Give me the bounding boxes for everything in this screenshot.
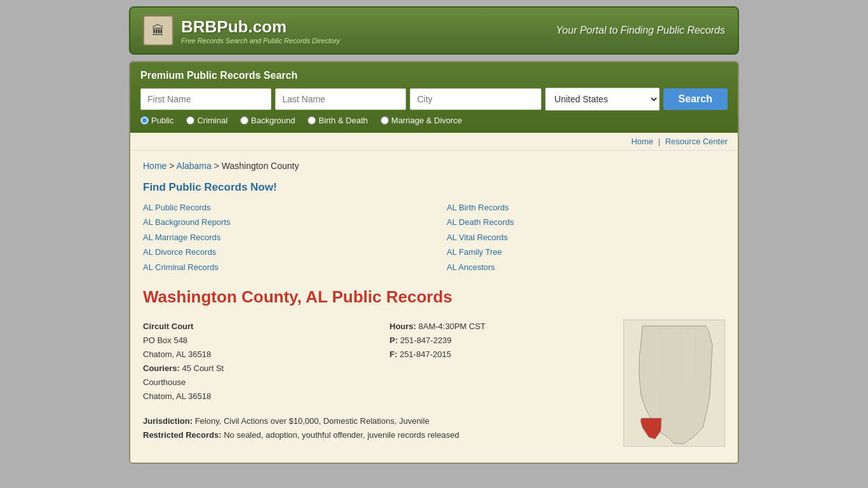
court-jurisdiction-block: Jurisdiction: Felony, Civil Actions over… — [143, 414, 611, 442]
records-heading: Find Public Records Now! — [143, 181, 725, 194]
main-container: Premium Public Records Search United Sta… — [129, 61, 739, 464]
records-col1: AL Public Records AL Background Reports … — [143, 200, 421, 274]
search-radio-row: Public Criminal Background Birth & Death… — [140, 116, 728, 125]
link-al-birth-records[interactable]: AL Birth Records — [447, 200, 725, 215]
nav-home-link[interactable]: Home — [631, 137, 653, 146]
link-al-divorce-records[interactable]: AL Divorce Records — [143, 245, 421, 259]
last-name-input[interactable] — [275, 88, 406, 110]
logo-text: BRBPub.com Free Records Search and Publi… — [181, 17, 340, 44]
top-nav: Home | Resource Center — [130, 133, 738, 151]
county-heading: Washington County, AL Public Records — [143, 287, 725, 307]
court-phone: P: 251-847-2239 — [390, 334, 611, 348]
court-left-col: Circuit Court PO Box 548 Chatom, AL 3651… — [143, 320, 364, 404]
breadcrumb-state[interactable]: Alabama — [177, 161, 212, 171]
logo-icon: 🏛 — [143, 15, 173, 46]
nav-separator: | — [658, 137, 663, 146]
court-hours: Hours: 8AM-4:30PM CST — [390, 320, 611, 334]
court-title: Circuit Court — [143, 320, 364, 334]
site-title: BRBPub.com — [181, 17, 340, 37]
court-details: Circuit Court PO Box 548 Chatom, AL 3651… — [143, 320, 611, 452]
first-name-input[interactable] — [140, 88, 271, 110]
header-tagline: Your Portal to Finding Public Records — [556, 25, 725, 36]
search-section-title: Premium Public Records Search — [140, 70, 728, 81]
content-area: Home > Alabama > Washington County Find … — [130, 151, 738, 463]
link-al-death-records[interactable]: AL Death Records — [447, 215, 725, 229]
site-subtitle: Free Records Search and Public Records D… — [181, 37, 340, 44]
radio-background[interactable]: Background — [240, 116, 295, 125]
court-restricted: Restricted Records: No sealed, adoption,… — [143, 428, 611, 442]
link-al-criminal-records[interactable]: AL Criminal Records — [143, 260, 421, 274]
nav-resource-center-link[interactable]: Resource Center — [665, 137, 728, 146]
breadcrumb: Home > Alabama > Washington County — [143, 161, 725, 171]
court-fax: F: 251-847-2015 — [390, 348, 611, 362]
al-map — [623, 320, 725, 447]
records-col2: AL Birth Records AL Death Records AL Vit… — [447, 200, 725, 274]
search-button[interactable]: Search — [663, 88, 728, 110]
county-section: Washington County, AL Public Records Cir… — [143, 287, 725, 452]
records-section: Find Public Records Now! AL Public Recor… — [143, 181, 725, 274]
court-couriers: Couriers: 45 Court St — [143, 362, 364, 376]
court-jurisdiction: Jurisdiction: Felony, Civil Actions over… — [143, 414, 611, 428]
link-al-ancestors[interactable]: AL Ancestors — [447, 260, 725, 274]
link-al-public-records[interactable]: AL Public Records — [143, 200, 421, 215]
court-couriers-place: Courthouse — [143, 376, 364, 390]
search-row: United States Canada United Kingdom Aust… — [140, 88, 728, 111]
breadcrumb-sep2: > — [214, 161, 222, 171]
court-address2: Chatom, AL 36518 — [143, 348, 364, 362]
court-couriers-city: Chatom, AL 36518 — [143, 390, 364, 403]
breadcrumb-home[interactable]: Home — [143, 161, 166, 171]
breadcrumb-sep1: > — [169, 161, 176, 171]
al-map-container — [623, 320, 725, 452]
site-header: 🏛 BRBPub.com Free Records Search and Pub… — [129, 6, 739, 55]
country-select[interactable]: United States Canada United Kingdom Aust… — [545, 88, 660, 111]
records-grid: AL Public Records AL Background Reports … — [143, 200, 725, 274]
court-block-main: Circuit Court PO Box 548 Chatom, AL 3651… — [143, 320, 611, 404]
radio-marriage-divorce[interactable]: Marriage & Divorce — [381, 116, 462, 125]
search-section: Premium Public Records Search United Sta… — [130, 62, 738, 133]
radio-public[interactable]: Public — [140, 116, 173, 125]
link-al-background-reports[interactable]: AL Background Reports — [143, 215, 421, 229]
court-address1: PO Box 548 — [143, 334, 364, 348]
link-al-marriage-records[interactable]: AL Marriage Records — [143, 230, 421, 245]
logo-area: 🏛 BRBPub.com Free Records Search and Pub… — [143, 15, 340, 46]
radio-birth-death[interactable]: Birth & Death — [308, 116, 367, 125]
court-right-col: Hours: 8AM-4:30PM CST P: 251-847-2239 F:… — [390, 320, 611, 404]
court-info-area: Circuit Court PO Box 548 Chatom, AL 3651… — [143, 320, 725, 452]
radio-criminal[interactable]: Criminal — [186, 116, 227, 125]
link-al-vital-records[interactable]: AL Vital Records — [447, 230, 725, 245]
link-al-family-tree[interactable]: AL Family Tree — [447, 245, 725, 259]
city-input[interactable] — [410, 88, 541, 110]
breadcrumb-county: Washington County — [222, 161, 299, 171]
